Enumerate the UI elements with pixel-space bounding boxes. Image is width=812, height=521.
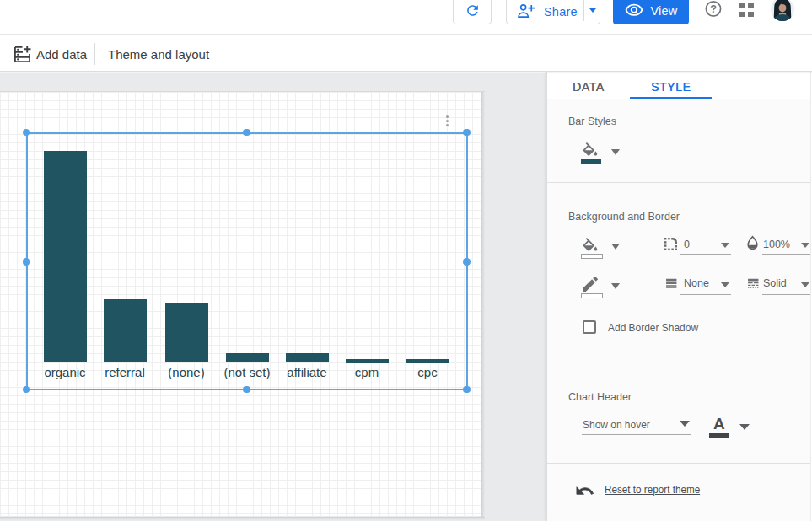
svg-text:?: ? bbox=[710, 3, 717, 15]
